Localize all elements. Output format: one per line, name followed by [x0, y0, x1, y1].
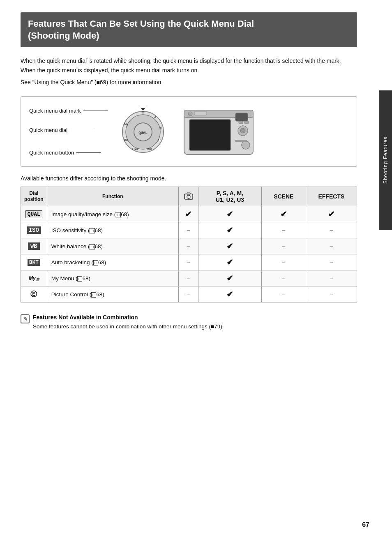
table-row: White balance (□68) — [47, 238, 178, 254]
table-row: ✔ — [198, 222, 262, 238]
svg-text:BKT: BKT — [147, 148, 152, 151]
th-function: Function — [47, 187, 178, 206]
note-title: Features Not Available in Combination — [33, 314, 224, 321]
note-box: ✎ Features Not Available in Combination … — [21, 314, 357, 331]
page-container: Shooting Features Features That Can Be S… — [0, 0, 392, 540]
table-row: – — [261, 222, 306, 238]
table-row: – — [261, 238, 306, 254]
table-row: ISO — [21, 222, 47, 238]
table-row: – — [306, 238, 357, 254]
dial-illustration: QUAL M A S P BKT ISO WB My — [116, 104, 170, 159]
page-title: Features That Can Be Set Using the Quick… — [28, 18, 350, 42]
main-content: Features That Can Be Set Using the Quick… — [0, 0, 378, 350]
svg-text:ISO: ISO — [132, 147, 138, 151]
table-row: ✔ — [198, 206, 262, 222]
diagram-box: Quick menu dial mark Quick menu dial Qui… — [21, 96, 357, 167]
svg-point-22 — [242, 141, 250, 149]
svg-text:S: S — [159, 127, 162, 130]
svg-point-27 — [187, 195, 190, 198]
diagram-label-mark: Quick menu dial mark — [29, 108, 108, 114]
th-icon — [179, 187, 198, 206]
table-row: – — [179, 254, 198, 270]
intro-para1: When the quick menu dial is rotated whil… — [21, 56, 357, 75]
note-icon: ✎ — [21, 314, 30, 323]
table-row: ✔ — [198, 238, 262, 254]
table-row: Image quality/Image size (□68) — [47, 206, 178, 222]
table-row: – — [306, 254, 357, 270]
table-row: – — [306, 270, 357, 286]
table-row: – — [179, 286, 198, 302]
table-row: ✔ — [261, 206, 306, 222]
intro-para2: See “Using the Quick Menu” (■69) for mor… — [21, 79, 163, 85]
page-number: 67 — [362, 521, 369, 528]
table-row: – — [261, 286, 306, 302]
available-text: Available functions differ according to … — [21, 175, 357, 182]
diagram-line-dial — [70, 130, 95, 130]
note-content: Features Not Available in Combination So… — [33, 314, 224, 331]
table-row: Auto bracketing (□68) — [47, 254, 178, 270]
table-row: Picture Control (□68) — [47, 286, 178, 302]
camera-back-illustration — [182, 104, 256, 159]
table-row: – — [306, 222, 357, 238]
note-body: Some features cannot be used in combinat… — [33, 322, 224, 331]
table-row: ✔ — [198, 286, 262, 302]
svg-rect-21 — [244, 121, 249, 124]
table-row: Ⓔ — [21, 286, 47, 302]
table-row: – — [261, 254, 306, 270]
table-row: ✔ — [198, 254, 262, 270]
svg-rect-25 — [194, 111, 207, 115]
table-row: ISO sensitivity (□68) — [47, 222, 178, 238]
diagram-labels: Quick menu dial mark Quick menu dial Qui… — [29, 108, 108, 156]
table-row: – — [306, 286, 357, 302]
side-tab-label: Shooting Features — [383, 136, 388, 184]
table-row: – — [179, 270, 198, 286]
svg-rect-16 — [189, 120, 231, 150]
th-effects: EFFECTS — [306, 187, 357, 206]
table-row: ✔ — [306, 206, 357, 222]
table-row: BKT — [21, 254, 47, 270]
svg-text:WB: WB — [124, 138, 128, 142]
svg-point-24 — [188, 112, 192, 116]
svg-text:A: A — [154, 115, 157, 119]
diagram-line-mark — [83, 111, 108, 111]
table-row: – — [179, 222, 198, 238]
svg-point-19 — [240, 128, 245, 133]
diagram-label-dial: Quick menu dial — [29, 127, 108, 133]
table-row: WB — [21, 238, 47, 254]
th-scene: SCENE — [261, 187, 306, 206]
table-row: – — [261, 270, 306, 286]
diagram-line-button — [76, 152, 101, 153]
svg-text:QUAL: QUAL — [138, 131, 148, 135]
svg-text:P: P — [158, 138, 161, 142]
th-dial-position: Dialposition — [21, 187, 47, 206]
table-row: ✔ — [179, 206, 198, 222]
table-row: QUAL — [21, 206, 47, 222]
diagram-label-button: Quick menu button — [29, 150, 108, 156]
table-row: My≣ — [21, 270, 47, 286]
svg-rect-23 — [235, 140, 247, 142]
side-tab: Shooting Features — [379, 90, 392, 230]
svg-text:My: My — [124, 123, 128, 126]
feature-table: Dialposition Function P, S, A, M,U1, U2,… — [21, 187, 357, 302]
table-row: – — [179, 238, 198, 254]
table-row: My Menu (□68) — [47, 270, 178, 286]
svg-rect-20 — [239, 121, 243, 124]
th-psam: P, S, A, M,U1, U2, U3 — [198, 187, 262, 206]
title-box: Features That Can Be Set Using the Quick… — [21, 12, 357, 47]
svg-rect-17 — [235, 113, 248, 121]
table-row: ✔ — [198, 270, 262, 286]
